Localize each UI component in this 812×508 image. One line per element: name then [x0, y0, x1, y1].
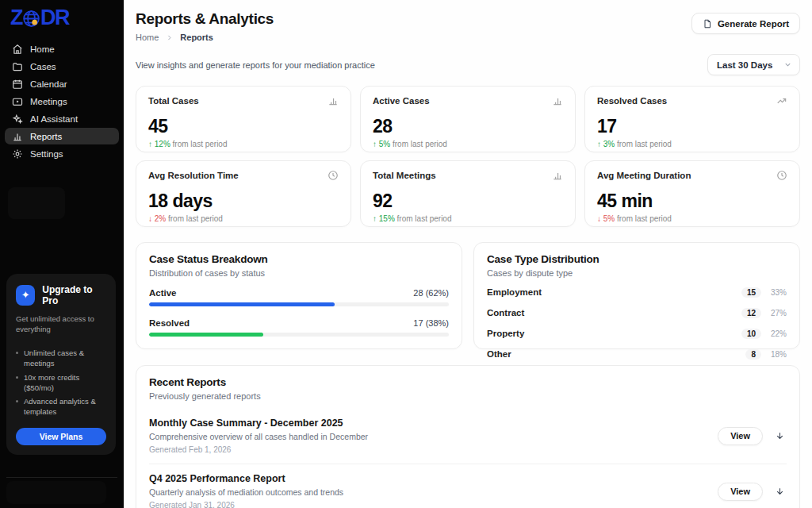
panel-subtitle: Cases by dispute type [487, 268, 787, 278]
stat-label: Resolved Cases [597, 96, 667, 106]
stat-card-avg-resolution-time: Avg Resolution Time 18 days ↓ 2% from la… [136, 160, 351, 227]
download-report-button[interactable] [773, 429, 787, 443]
stat-value: 28 [373, 116, 563, 137]
stat-trend: ↑ 5% from last period [373, 140, 563, 148]
report-generated-date: Generated Feb 1, 2026 [149, 445, 368, 454]
panel-title: Case Status Breakdown [149, 253, 449, 265]
upgrade-feature: Unlimited cases & meetings [16, 348, 106, 369]
report-description: Quarterly analysis of mediation outcomes… [149, 487, 343, 497]
count-badge: 12 [741, 308, 761, 318]
stat-value: 92 [373, 190, 563, 212]
upgrade-feature: 10x more credits ($50/mo) [16, 373, 106, 394]
panel-title: Case Type Distribution [487, 253, 787, 265]
period-filter-value: Last 30 Days [717, 60, 772, 70]
type-row-contract: Contract 1227% [487, 306, 787, 319]
stat-label: Total Meetings [373, 171, 436, 180]
view-report-button[interactable]: View [718, 427, 763, 445]
sidebar-item-label: Reports [30, 132, 62, 141]
count-badge: 8 [745, 349, 761, 360]
generate-report-button[interactable]: Generate Report [691, 13, 800, 34]
video-icon [12, 96, 23, 107]
sidebar-item-settings[interactable]: Settings [5, 145, 119, 162]
sidebar-item-home[interactable]: Home [5, 40, 119, 57]
clock-icon [776, 170, 787, 181]
bar-chart-icon [12, 131, 23, 142]
stat-trend: ↑ 3% from last period [597, 140, 787, 148]
stat-card-avg-meeting-duration: Avg Meeting Duration 45 min ↓ 5% from la… [584, 160, 800, 227]
brand-logo[interactable]: Z DR [0, 0, 124, 33]
panel-title: Recent Reports [149, 376, 787, 388]
sidebar-item-label: Settings [30, 149, 63, 159]
recent-reports-panel: Recent Reports Previously generated repo… [136, 365, 800, 508]
progress-fill-resolved [149, 333, 263, 337]
stat-value: 17 [597, 116, 787, 137]
chevron-down-icon [783, 60, 792, 69]
bar-chart-icon [327, 95, 339, 106]
sidebar: Z DR Home Cases Calendar Meetings AI Ass… [0, 0, 124, 508]
panel-subtitle: Distribution of cases by status [149, 268, 449, 278]
file-icon [703, 19, 712, 29]
trending-up-icon [776, 95, 787, 106]
upgrade-title: Upgrade to Pro [42, 284, 106, 306]
upgrade-feature-list: Unlimited cases & meetings 10x more cred… [16, 348, 106, 418]
case-status-breakdown-panel: Case Status Breakdown Distribution of ca… [136, 242, 462, 349]
sidebar-item-cases[interactable]: Cases [5, 58, 119, 75]
stat-trend: ↓ 2% from last period [148, 214, 339, 223]
user-profile-area[interactable] [6, 481, 106, 504]
sidebar-item-ai-assistant[interactable]: AI Assistant [5, 110, 119, 127]
period-filter-select[interactable]: Last 30 Days [707, 54, 800, 75]
download-icon [775, 487, 785, 497]
breadcrumb-home[interactable]: Home [136, 33, 159, 42]
upgrade-subtitle: Get unlimited access to everything [16, 314, 98, 336]
download-report-button[interactable] [773, 485, 787, 498]
progress-track [149, 333, 449, 337]
status-row-resolved: Resolved 17 (38%) [149, 318, 449, 337]
view-plans-button[interactable]: View Plans [16, 428, 106, 445]
sparkle-icon: ✦ [16, 285, 35, 306]
sidebar-item-meetings[interactable]: Meetings [5, 93, 119, 110]
case-type-distribution-panel: Case Type Distribution Cases by dispute … [473, 242, 800, 349]
stat-card-active-cases: Active Cases 28 ↑ 5% from last period [360, 86, 576, 152]
globe-icon [21, 9, 41, 29]
clock-icon [327, 170, 339, 181]
sidebar-item-reports[interactable]: Reports [5, 128, 119, 144]
stats-grid: Total Cases 45 ↑ 12% from last period Ac… [136, 86, 800, 227]
gear-icon [12, 148, 23, 160]
stat-label: Avg Resolution Time [148, 171, 239, 180]
progress-track [149, 302, 449, 306]
count-badge: 15 [741, 287, 761, 298]
folder-icon [12, 61, 23, 72]
type-row-employment: Employment 1533% [487, 286, 787, 298]
stat-value: 45 [148, 116, 339, 137]
page-title: Reports & Analytics [136, 10, 274, 28]
count-badge: 10 [741, 329, 761, 339]
stat-value: 45 min [597, 190, 787, 212]
stat-card-total-meetings: Total Meetings 92 ↑ 15% from last period [360, 160, 576, 227]
stat-trend: ↑ 12% from last period [148, 140, 339, 148]
stat-label: Total Cases [148, 96, 199, 106]
stat-value: 18 days [148, 190, 339, 212]
status-row-active: Active 28 (62%) [149, 288, 449, 306]
view-report-button[interactable]: View [718, 483, 763, 501]
home-icon [12, 44, 23, 55]
stat-label: Avg Meeting Duration [597, 171, 691, 180]
calendar-icon [12, 79, 23, 90]
sidebar-item-label: Home [30, 44, 55, 54]
sidebar-item-label: Cases [30, 62, 56, 71]
sidebar-divider [6, 477, 117, 478]
sidebar-item-label: AI Assistant [30, 114, 78, 124]
stat-label: Active Cases [373, 96, 430, 106]
panel-subtitle: Previously generated reports [149, 391, 787, 401]
page-subtitle: View insights and generate reports for y… [136, 60, 375, 70]
report-title: Q4 2025 Performance Report [149, 473, 343, 484]
stat-card-total-cases: Total Cases 45 ↑ 12% from last period [136, 86, 351, 152]
credits-widget [8, 187, 65, 219]
report-description: Comprehensive overview of all cases hand… [149, 432, 368, 441]
upgrade-feature: Advanced analytics & templates [16, 397, 106, 418]
stat-card-resolved-cases: Resolved Cases 17 ↑ 3% from last period [584, 86, 800, 152]
brand-logo-text-dr: DR [40, 6, 69, 30]
report-generated-date: Generated Jan 31, 2026 [149, 501, 343, 508]
sidebar-item-calendar[interactable]: Calendar [5, 75, 119, 92]
brand-logo-text-z: Z [10, 6, 22, 30]
sidebar-item-label: Calendar [30, 79, 67, 89]
